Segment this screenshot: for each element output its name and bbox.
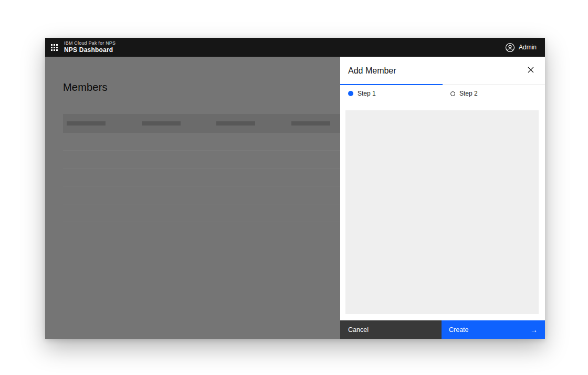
progress-step-2[interactable]: Step 2 xyxy=(443,85,545,102)
cancel-button-label: Cancel xyxy=(348,326,369,334)
panel-header: Add Member xyxy=(340,57,545,84)
user-name-label: Admin xyxy=(519,44,537,51)
progress-step-1[interactable]: Step 1 xyxy=(340,84,443,102)
panel-footer: Cancel Create → xyxy=(340,320,545,339)
app-name: NPS Dashboard xyxy=(64,46,116,54)
close-button[interactable] xyxy=(522,61,539,78)
step-label: Step 1 xyxy=(358,90,376,97)
step-current-icon xyxy=(348,91,353,96)
app-switcher-button[interactable] xyxy=(45,38,63,57)
user-menu[interactable]: Admin xyxy=(505,43,545,53)
panel-title: Add Member xyxy=(348,66,396,76)
app-switcher-grid-icon xyxy=(51,44,58,51)
create-button[interactable]: Create → xyxy=(442,320,545,339)
step-incomplete-icon xyxy=(450,91,455,96)
step-label: Step 2 xyxy=(459,90,478,97)
progress-indicator: Step 1 Step 2 xyxy=(340,84,545,102)
app-window: IBM Cloud Pak for NPS NPS Dashboard Admi… xyxy=(45,38,545,339)
user-avatar-icon xyxy=(505,43,515,53)
add-member-side-panel: Add Member Step 1 Step 2 Cancel xyxy=(340,57,545,339)
product-name: IBM Cloud Pak for NPS xyxy=(64,40,116,46)
cancel-button[interactable]: Cancel xyxy=(340,320,442,339)
header-titles: IBM Cloud Pak for NPS NPS Dashboard xyxy=(64,40,116,54)
close-icon xyxy=(528,67,534,73)
panel-content-placeholder xyxy=(345,110,539,314)
create-button-label: Create xyxy=(449,326,469,334)
arrow-right-icon: → xyxy=(530,326,538,334)
app-header: IBM Cloud Pak for NPS NPS Dashboard Admi… xyxy=(45,38,545,57)
